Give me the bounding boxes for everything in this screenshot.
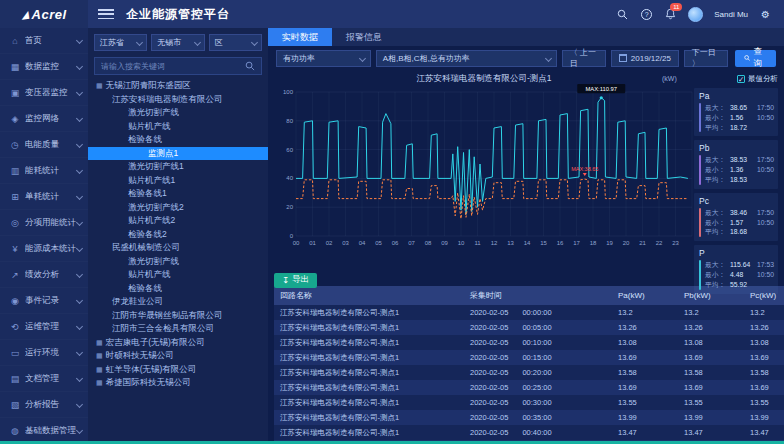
building-icon: ▦ — [96, 376, 103, 390]
prev-day-button[interactable]: 〈 上一日 — [562, 50, 606, 67]
svg-text:08: 08 — [425, 240, 432, 246]
table-cell: 13.55 — [612, 395, 678, 410]
tree-item[interactable]: ▦时硕科技无锡公司 — [88, 349, 268, 363]
sidebar-item-13[interactable]: ▤文档管理 — [0, 366, 88, 392]
tree-item-label: 无锡江阴青阳东盛园区 — [106, 79, 191, 93]
tab-1[interactable]: 报警信息 — [332, 28, 396, 46]
table-row[interactable]: 江苏安科瑞电器制造有限公司-测点12020-02-0500:30:0013.55… — [274, 395, 784, 410]
sidebar-item-8[interactable]: ¥能源成本统计 — [0, 236, 88, 262]
table-row[interactable]: 江苏安科瑞电器制造有限公司-测点12020-02-0500:00:0013.21… — [274, 305, 784, 320]
tab-0[interactable]: 实时数据 — [268, 28, 332, 46]
tree-item[interactable]: 激光切割产线 — [88, 106, 268, 120]
table-row[interactable]: 江苏安科瑞电器制造有限公司-测点12020-02-0500:25:0013.69… — [274, 380, 784, 395]
sidebar-item-5[interactable]: ▥能耗统计 — [0, 158, 88, 184]
tree-item[interactable]: 检验各线1 — [88, 187, 268, 201]
tree-item[interactable]: 检验各线2 — [88, 228, 268, 242]
sidebar-item-label: 分析报告 — [25, 399, 77, 411]
extremes-checkbox[interactable]: ✓ 最值分析 — [694, 72, 778, 86]
tree-item[interactable]: 检验各线 — [88, 282, 268, 296]
province-select[interactable]: 江苏省 — [94, 34, 147, 51]
district-select[interactable]: 区 — [209, 34, 262, 51]
tree-item-label: 民盛机械制造公司 — [112, 241, 180, 255]
sidebar-item-11[interactable]: ⟲运维管理 — [0, 314, 88, 340]
tree-item[interactable]: 江苏安科瑞电器制造有限公司 — [88, 93, 268, 107]
line-chart[interactable]: 0204060801000001020304050607080910111213… — [274, 84, 698, 264]
sidebar-item-10[interactable]: ◉事件记录 — [0, 288, 88, 314]
next-day-button[interactable]: 下一日 〉 — [684, 50, 728, 67]
export-button[interactable]: ↧ 导出 — [274, 273, 317, 288]
tree-item[interactable]: 激光切割产线 — [88, 255, 268, 269]
sidebar-item-9[interactable]: ↗绩效分析 — [0, 262, 88, 288]
sidebar-item-2[interactable]: ▣变压器监控 — [0, 80, 88, 106]
date-picker[interactable]: 2019/12/25 — [611, 50, 679, 67]
org-tree: ▦无锡江阴青阳东盛园区江苏安科瑞电器制造有限公司激光切割产线贴片机产线检验各线监… — [88, 79, 268, 444]
sidebar-item-3[interactable]: ◈监控网络 — [0, 106, 88, 132]
sidebar-item-label: 电能质量 — [25, 139, 77, 151]
table-cell: 13.55 — [678, 395, 744, 410]
tree-item[interactable]: ▦宏吉康电子(无锡)有限公司 — [88, 336, 268, 350]
chart-unit-label: (kW) — [662, 75, 677, 82]
table-row[interactable]: 江苏安科瑞电器制造有限公司-测点12020-02-0500:40:0013.47… — [274, 425, 784, 440]
sidebar-item-1[interactable]: ▦数据监控 — [0, 54, 88, 80]
notification-bell-icon[interactable]: 11 — [664, 8, 677, 21]
tree-item[interactable]: 伊龙鞋业公司 — [88, 295, 268, 309]
sidebar-item-4[interactable]: ◷电能质量 — [0, 132, 88, 158]
tree-item[interactable]: 贴片机产线2 — [88, 214, 268, 228]
tree-item-selected[interactable]: 监测点1 — [88, 147, 268, 161]
tree-item[interactable]: 江阴市三合金检具有限公司 — [88, 322, 268, 336]
stat-row: 平均：18.72 — [705, 123, 774, 133]
stats-groups: Pa最大：38.6517:50最小：1.5610:50平均：18.72Pb最大：… — [694, 88, 778, 294]
tree-item[interactable]: 民盛机械制造公司 — [88, 241, 268, 255]
table-cell: 江苏安科瑞电器制造有限公司-测点1 — [274, 335, 464, 350]
table-cell: 13.99 — [744, 410, 784, 425]
avatar[interactable] — [688, 7, 703, 22]
tree-item[interactable]: 贴片机产线 — [88, 120, 268, 134]
tree-item[interactable]: ▦无锡江阴青阳东盛园区 — [88, 79, 268, 93]
city-select[interactable]: 无锡市 — [151, 34, 204, 51]
metric-select[interactable]: 有功功率 — [276, 50, 371, 67]
query-button[interactable]: 查询 — [735, 50, 776, 67]
table-row[interactable]: 江苏安科瑞电器制造有限公司-测点12020-02-0500:20:0013.58… — [274, 365, 784, 380]
gear-icon[interactable]: ⚙ — [759, 8, 772, 21]
search-icon[interactable] — [245, 61, 255, 71]
tree-search-input[interactable] — [101, 62, 241, 71]
tree-item[interactable]: ▦希捷国际科技无锡公司 — [88, 376, 268, 390]
sidebar-item-12[interactable]: ▭运行环境 — [0, 340, 88, 366]
tree-item[interactable]: ▦虹羊导体(无锡)有限公司 — [88, 363, 268, 377]
tree-item[interactable]: 贴片机产线 — [88, 268, 268, 282]
svg-text:0: 0 — [290, 233, 294, 239]
phase-select[interactable]: A相,B相,C相,总有功功率 — [376, 50, 557, 67]
svg-text:14: 14 — [524, 240, 531, 246]
table-row[interactable]: 江苏安科瑞电器制造有限公司-测点12020-02-0500:05:0013.26… — [274, 320, 784, 335]
sidebar-item-0[interactable]: ⌂首页 — [0, 28, 88, 54]
table-cell: 2020-02-0500:20:00 — [464, 365, 612, 380]
tree-item[interactable]: 检验各线 — [88, 133, 268, 147]
help-icon[interactable]: ? — [640, 8, 653, 21]
menu-toggle-icon[interactable] — [98, 9, 114, 19]
table-cell: 江苏安科瑞电器制造有限公司-测点1 — [274, 410, 464, 425]
svg-text:20: 20 — [286, 204, 293, 210]
table-cell: 13.08 — [678, 335, 744, 350]
sidebar-item-label: 事件记录 — [25, 295, 77, 307]
sidebar-item-14[interactable]: ▧分析报告 — [0, 392, 88, 418]
search-icon[interactable] — [616, 8, 629, 21]
tree-item[interactable]: 激光切割产线1 — [88, 160, 268, 174]
svg-text:09: 09 — [441, 240, 448, 246]
chevron-down-icon — [136, 39, 143, 46]
tree-item[interactable]: 激光切割产线2 — [88, 201, 268, 215]
tree-item[interactable]: 江阴市华晟钢丝制品有限公司 — [88, 309, 268, 323]
tree-item[interactable]: 贴片机产线1 — [88, 174, 268, 188]
building-icon: ▦ — [96, 79, 103, 93]
tree-item-label: 监测点1 — [148, 147, 178, 161]
table-row[interactable]: 江苏安科瑞电器制造有限公司-测点12020-02-0500:35:0013.99… — [274, 410, 784, 425]
table-row[interactable]: 江苏安科瑞电器制造有限公司-测点12020-02-0500:10:0013.08… — [274, 335, 784, 350]
table-cell: 13.69 — [678, 380, 744, 395]
tree-item-label: 激光切割产线2 — [128, 201, 184, 215]
table-row[interactable]: 江苏安科瑞电器制造有限公司-测点12020-02-0500:15:0013.69… — [274, 350, 784, 365]
sidebar-item-6[interactable]: ⊞单耗统计 — [0, 184, 88, 210]
stat-row: 最小：4.4810:50 — [705, 270, 774, 280]
page-title: 企业能源管控平台 — [126, 6, 230, 23]
chevron-down-icon — [194, 39, 201, 46]
sidebar-item-7[interactable]: ◎分项用能统计 — [0, 210, 88, 236]
chevron-down-icon — [545, 54, 552, 61]
